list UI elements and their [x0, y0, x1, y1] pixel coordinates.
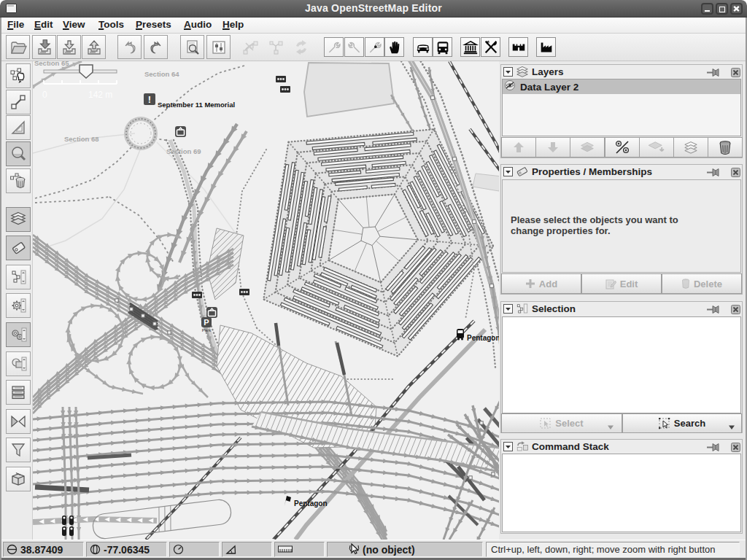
- svg-text:!: !: [148, 94, 151, 105]
- svg-text:September 11 Memorial: September 11 Memorial: [158, 101, 235, 109]
- svg-text:Section 65: Section 65: [34, 61, 69, 67]
- svg-text:Pentagon: Pentagon: [294, 499, 328, 508]
- svg-text:Section 69: Section 69: [166, 147, 201, 155]
- svg-text:Section 68: Section 68: [64, 135, 99, 143]
- svg-text:0: 0: [42, 90, 47, 100]
- svg-text:142 m: 142 m: [88, 90, 112, 100]
- svg-text:P: P: [204, 318, 209, 327]
- svg-text:Pentagon: Pentagon: [467, 334, 499, 342]
- svg-text:Section 64: Section 64: [144, 70, 179, 78]
- svg-text:Park: Park: [202, 328, 212, 332]
